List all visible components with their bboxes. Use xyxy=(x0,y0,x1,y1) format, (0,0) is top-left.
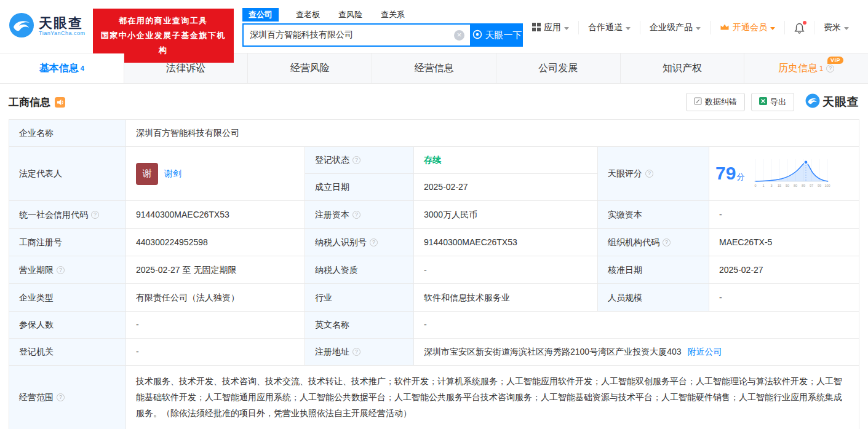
info-icon[interactable]: ? xyxy=(352,348,360,356)
svg-text:15: 15 xyxy=(778,184,781,187)
svg-text:1: 1 xyxy=(763,184,765,187)
company-name-value: 深圳百方智能科技有限公司 xyxy=(126,120,859,147)
info-icon[interactable]: ? xyxy=(370,238,378,246)
search-tab-company[interactable]: 查公司 xyxy=(242,8,279,22)
menu-partner-label: 合作通道 xyxy=(588,22,623,33)
menu-partner[interactable]: 合作通道 xyxy=(578,21,640,34)
tianyancha-logo-icon xyxy=(9,12,34,41)
info-icon[interactable]: ? xyxy=(663,238,671,246)
tab-history-label: 历史信息 xyxy=(778,62,818,75)
industry-value: 软件和信息技术服务业 xyxy=(414,284,598,312)
svg-text:89: 89 xyxy=(802,184,805,187)
search-button[interactable]: 天眼一下 xyxy=(471,23,523,47)
tianyancha-watermark-text: 天眼查 xyxy=(822,94,859,110)
search-input[interactable] xyxy=(250,30,454,40)
svg-text:80: 80 xyxy=(794,184,797,187)
business-term-label: 营业期限 ? xyxy=(9,256,126,284)
reg-status-value: 存续 xyxy=(414,147,598,174)
data-correction-button[interactable]: 数据纠错 xyxy=(686,93,745,111)
tab-intellectual-property[interactable]: 知识产权 xyxy=(621,53,745,83)
info-icon[interactable]: ? xyxy=(91,211,99,219)
company-type-value: 有限责任公司（法人独资） xyxy=(126,284,305,312)
tab-legal[interactable]: 法律诉讼 xyxy=(124,53,249,83)
legal-rep-link[interactable]: 谢剑 xyxy=(164,167,181,180)
svg-text:100: 100 xyxy=(825,184,830,187)
search-button-eye-icon xyxy=(472,30,482,41)
tianyancha-logo[interactable]: 天眼查 TianYanCha.com xyxy=(9,12,86,41)
svg-text:0: 0 xyxy=(755,184,757,187)
reg-number-value: 440300224952598 xyxy=(126,229,305,256)
paid-capital-value: - xyxy=(709,201,859,229)
score-unit: 分 xyxy=(736,172,744,181)
org-code-value: MAEC26TX-5 xyxy=(709,229,859,256)
info-icon[interactable]: ? xyxy=(352,156,360,164)
industry-label: 行业 xyxy=(305,284,414,312)
svg-text:50: 50 xyxy=(786,184,789,187)
taxpayer-quality-value: - xyxy=(414,256,598,284)
tab-operation-risk[interactable]: 经营风险 xyxy=(248,53,372,83)
export-label: 导出 xyxy=(770,96,786,108)
search-tab-boss[interactable]: 查老板 xyxy=(295,8,321,22)
chevron-down-icon xyxy=(564,27,569,30)
english-name-value: - xyxy=(414,312,859,339)
status-badge: 存续 xyxy=(424,154,441,167)
menu-vip[interactable]: 开通会员 xyxy=(710,21,784,34)
tab-basic-info[interactable]: 基本信息 4 xyxy=(0,53,124,83)
menu-user[interactable]: 费米 xyxy=(814,21,858,34)
approval-date-value: 2025-02-27 xyxy=(709,256,859,284)
search-tab-risk[interactable]: 查风险 xyxy=(337,8,364,22)
reg-number-label: 工商注册号 xyxy=(9,229,126,256)
taxpayer-quality-label: 纳税人资质 xyxy=(305,256,414,284)
section-actions: 数据纠错 导出 天眼查 xyxy=(686,93,859,111)
notification-dot xyxy=(803,21,806,25)
credit-code-value: 91440300MAEC26TX53 xyxy=(126,201,305,229)
top-bar: 天眼查 TianYanCha.com 都在用的商业查询工具 国家中小企业发展子基… xyxy=(0,0,868,53)
reg-authority-value: - xyxy=(126,339,305,366)
section-title: 工商信息 xyxy=(9,95,50,109)
section-tabs: 基本信息 4 法律诉讼 经营风险 经营信息 公司发展 知识产权 VIP 历史信息… xyxy=(0,53,868,84)
svg-text:99: 99 xyxy=(818,184,821,187)
vip-badge: VIP xyxy=(827,57,843,64)
menu-notifications[interactable] xyxy=(784,21,814,34)
tab-operation-risk-label: 经营风险 xyxy=(290,62,330,75)
credit-code-label: 统一社会信用代码 ? xyxy=(9,201,126,229)
score-curve-chart: 0 1 3 15 50 80 89 97 99 100 xyxy=(749,154,835,194)
menu-apps[interactable]: 应用 xyxy=(523,21,578,34)
clear-search-icon[interactable]: × xyxy=(454,30,464,41)
tab-history[interactable]: VIP 历史信息 1 ? xyxy=(744,53,868,83)
tianyancha-watermark: 天眼查 xyxy=(805,93,859,111)
tab-basic-info-label: 基本信息 xyxy=(39,62,79,75)
staff-size-label: 人员规模 xyxy=(598,284,709,312)
info-icon[interactable]: ? xyxy=(645,170,653,178)
info-icon[interactable]: ? xyxy=(57,393,65,401)
info-icon[interactable]: ? xyxy=(352,211,360,219)
search-tabs: 查公司 查老板 查风险 查关系 xyxy=(242,7,523,22)
chevron-down-icon xyxy=(696,27,701,30)
svg-text:97: 97 xyxy=(810,184,813,187)
taxpayer-id-value: 91440300MAEC26TX53 xyxy=(414,229,598,256)
business-scope-value: 技术服务、技术开发、技术咨询、技术交流、技术转让、技术推广；软件开发；计算机系统… xyxy=(126,366,859,429)
excel-icon xyxy=(759,97,767,107)
legal-rep-value: 谢 谢剑 xyxy=(126,147,305,201)
announcement-icon xyxy=(55,97,65,108)
legal-rep-avatar[interactable]: 谢 xyxy=(136,163,158,185)
search-tab-relation[interactable]: 查关系 xyxy=(380,8,406,22)
english-name-label: 英文名称 xyxy=(305,312,414,339)
chevron-down-icon xyxy=(626,27,631,30)
approval-date-label: 核准日期 xyxy=(598,256,709,284)
export-button[interactable]: 导出 xyxy=(751,93,794,111)
info-icon[interactable]: ? xyxy=(57,266,65,274)
insured-count-label: 参保人数 xyxy=(9,312,126,339)
business-term-value: 2025-02-27 至 无固定期限 xyxy=(126,256,305,284)
score-value: 79分 0 1 3 15 50 80 89 xyxy=(709,147,859,201)
tab-basic-info-count: 4 xyxy=(81,65,84,72)
insured-count-value: - xyxy=(126,312,305,339)
reg-authority-label: 登记机关 xyxy=(9,339,126,366)
menu-enterprise[interactable]: 企业级产品 xyxy=(640,21,710,34)
info-icon[interactable]: ? xyxy=(826,65,834,73)
tab-company-development[interactable]: 公司发展 xyxy=(496,53,621,83)
nearby-companies-link[interactable]: 附近公司 xyxy=(688,345,722,358)
company-type-label: 企业类型 xyxy=(9,284,126,312)
search-button-label: 天眼一下 xyxy=(485,30,522,41)
tab-operation-info[interactable]: 经营信息 xyxy=(372,53,496,83)
